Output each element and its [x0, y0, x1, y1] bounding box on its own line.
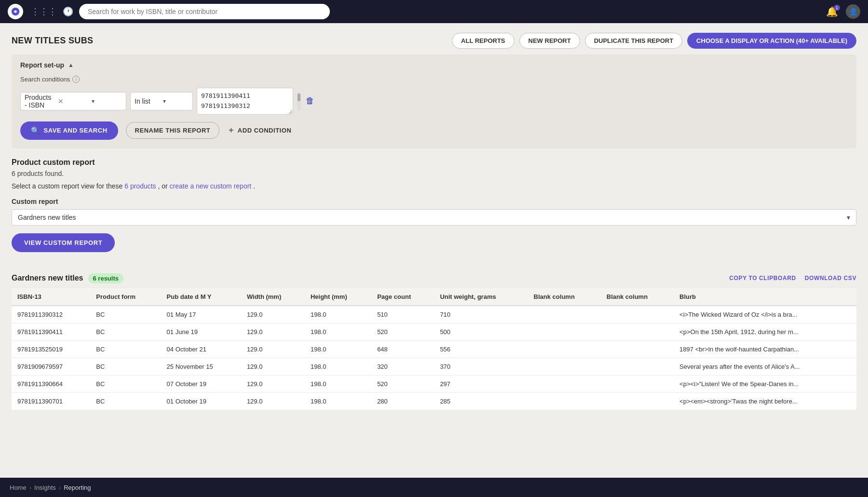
table-cell: 01 October 19 [161, 392, 241, 410]
table-cell: BC [90, 375, 161, 392]
actions-row: 🔍 SAVE AND SEARCH RENAME THIS REPORT ＋ A… [20, 121, 848, 140]
table-cell: <p>On the 15th April, 1912, during her m… [674, 323, 856, 340]
condition-operator-dropdown[interactable]: In list ▾ [130, 92, 193, 110]
table-cell: 9781911390312 [12, 306, 90, 323]
table-cell: 129.0 [241, 375, 305, 392]
table-cell: <i>The Wicked Wizard of Oz </i>is a bra.… [674, 306, 856, 323]
table-cell: 198.0 [305, 392, 371, 410]
table-cell: 9781909679597 [12, 358, 90, 375]
table-cell: <p><i>"Listen! We of the Spear-Danes in.… [674, 375, 856, 392]
condition-delete-button[interactable]: 🗑 [306, 96, 314, 106]
table-row: 9781911390312BC01 May 17129.0198.0510710… [12, 306, 856, 323]
table-cell: 9781911390411 [12, 323, 90, 340]
table-cell [528, 375, 601, 392]
custom-report-label: Custom report [12, 198, 856, 205]
clock-icon[interactable]: 🕐 [63, 6, 73, 17]
table-cell: 198.0 [305, 375, 371, 392]
results-table: ISBN-13 Product form Pub date d M Y Widt… [12, 288, 856, 410]
table-cell: 25 November 15 [161, 358, 241, 375]
condition-field-value: Products - ISBN [25, 94, 55, 109]
table-cell: 01 June 19 [161, 323, 241, 340]
table-cell: <p><em><strong>'Twas the night before... [674, 392, 856, 410]
table-cell [528, 306, 601, 323]
create-new-report-link[interactable]: create a new custom report [170, 182, 252, 190]
table-cell: 710 [434, 306, 528, 323]
view-custom-report-button[interactable]: VIEW CUSTOM REPORT [12, 233, 115, 252]
table-header-row: Gardners new titles 6 results COPY TO CL… [12, 273, 856, 283]
page-container: NEW TITLES SUBS ALL REPORTS NEW REPORT D… [0, 23, 868, 478]
report-setup-toggle[interactable]: Report set-up ▲ [20, 61, 848, 69]
table-cell [601, 358, 674, 375]
condition-values-scrollbar[interactable] [297, 92, 301, 110]
table-title: Gardners new titles [12, 274, 83, 282]
col-pages: Page count [371, 288, 434, 306]
table-cell [528, 392, 601, 410]
table-cell: 556 [434, 340, 528, 358]
breadcrumb-insights[interactable]: Insights [34, 484, 56, 491]
table-cell [601, 323, 674, 340]
condition-field-arrow[interactable]: ▾ [92, 98, 122, 105]
search-icon: 🔍 [31, 126, 41, 135]
col-form: Product form [90, 288, 161, 306]
condition-row: Products - ISBN ✕ ▾ In list ▾ 9781911390… [20, 88, 848, 115]
col-isbn: ISBN-13 [12, 288, 90, 306]
choose-display-button[interactable]: CHOOSE A DISPLAY OR ACTION (40+ AVAILABL… [687, 33, 856, 49]
table-cell: 129.0 [241, 358, 305, 375]
col-blank2: Blank column [601, 288, 674, 306]
col-blurb: Blurb [674, 288, 856, 306]
condition-field-clear[interactable]: ✕ [58, 97, 88, 105]
table-cell: 520 [371, 375, 434, 392]
table-cell: 198.0 [305, 306, 371, 323]
all-reports-button[interactable]: ALL REPORTS [452, 33, 515, 49]
page-header-actions: ALL REPORTS NEW REPORT DUPLICATE THIS RE… [452, 33, 856, 49]
rename-report-button[interactable]: RENAME THIS REPORT [126, 122, 220, 139]
search-input[interactable] [79, 4, 330, 19]
table-cell: 297 [434, 375, 528, 392]
breadcrumb-home[interactable]: Home [10, 484, 27, 491]
col-blank1: Blank column [528, 288, 601, 306]
condition-field-dropdown[interactable]: Products - ISBN ✕ ▾ [20, 92, 126, 110]
col-pubdate: Pub date d M Y [161, 288, 241, 306]
table-cell: BC [90, 323, 161, 340]
table-cell: 510 [371, 306, 434, 323]
logo[interactable] [8, 4, 23, 19]
table-title-area: Gardners new titles 6 results [12, 273, 123, 283]
table-row: 9781911390701BC01 October 19129.0198.028… [12, 392, 856, 410]
table-cell: 07 October 19 [161, 375, 241, 392]
add-condition-button[interactable]: ＋ ADD CONDITION [227, 125, 291, 135]
table-cell: 04 October 21 [161, 340, 241, 358]
table-cell: BC [90, 306, 161, 323]
table-cell: 520 [371, 323, 434, 340]
duplicate-report-button[interactable]: DUPLICATE THIS REPORT [585, 33, 682, 49]
table-cell: 01 May 17 [161, 306, 241, 323]
table-cell: 9781911390664 [12, 375, 90, 392]
grid-icon[interactable]: ⋮⋮⋮ [31, 6, 57, 17]
report-setup-section: Report set-up ▲ Search conditions i Prod… [12, 54, 856, 148]
table-cell: 9781913525019 [12, 340, 90, 358]
new-report-button[interactable]: NEW REPORT [519, 33, 580, 49]
col-weight: Unit weight, grams [434, 288, 528, 306]
results-products-link[interactable]: 6 products [124, 182, 156, 190]
table-body: 9781911390312BC01 May 17129.0198.0510710… [12, 306, 856, 410]
bell-icon[interactable]: 🔔 1 [826, 6, 838, 17]
page-title: NEW TITLES SUBS [12, 36, 93, 46]
results-count: 6 products found. [12, 170, 856, 177]
table-cell [601, 340, 674, 358]
table-row: 9781911390411BC01 June 19129.0198.052050… [12, 323, 856, 340]
table-cell: 129.0 [241, 306, 305, 323]
save-and-search-button[interactable]: 🔍 SAVE AND SEARCH [20, 121, 118, 140]
breadcrumb-reporting: Reporting [64, 484, 91, 491]
page-header: NEW TITLES SUBS ALL REPORTS NEW REPORT D… [12, 33, 856, 49]
table-cell: 129.0 [241, 340, 305, 358]
table-cell: 129.0 [241, 323, 305, 340]
download-csv-button[interactable]: DOWNLOAD CSV [805, 275, 856, 282]
copy-to-clipboard-button[interactable]: COPY TO CLIPBOARD [729, 275, 796, 282]
condition-values-input[interactable]: 9781911390411 9781911390312 [197, 88, 293, 115]
avatar[interactable]: 👤 [846, 4, 860, 19]
table-cell [601, 375, 674, 392]
table-cell: 1897 <br>In the wolf-haunted Carpathian.… [674, 340, 856, 358]
table-row: 9781911390664BC07 October 19129.0198.052… [12, 375, 856, 392]
table-cell [528, 340, 601, 358]
info-icon[interactable]: i [72, 76, 80, 83]
custom-report-select[interactable]: Gardners new titles ▾ [12, 209, 856, 226]
